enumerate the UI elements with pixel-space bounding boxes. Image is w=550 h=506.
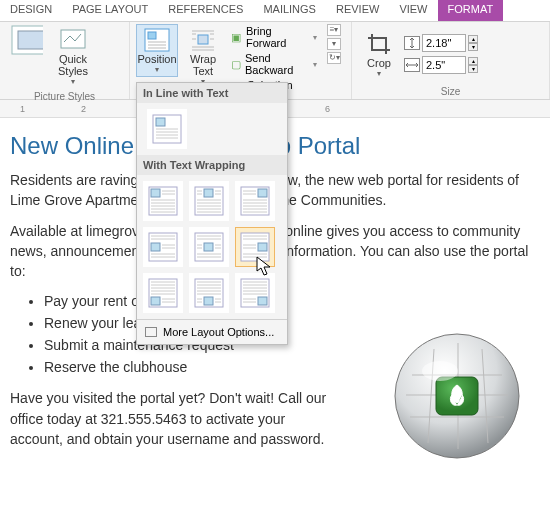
svg-rect-63 — [151, 243, 160, 251]
width-up[interactable]: ▴ — [468, 57, 478, 65]
bring-forward-button[interactable]: ▣Bring Forward▾ — [228, 24, 319, 50]
svg-rect-43 — [204, 189, 213, 197]
picture-style-gallery[interactable] — [6, 24, 48, 56]
width-input[interactable] — [422, 56, 466, 74]
position-inline[interactable] — [147, 109, 187, 149]
position-top-center[interactable] — [189, 181, 229, 221]
position-bottom-left[interactable] — [143, 273, 183, 313]
svg-rect-71 — [204, 243, 213, 251]
position-top-right[interactable] — [235, 181, 275, 221]
position-top-left[interactable] — [143, 181, 183, 221]
tab-design[interactable]: DESIGN — [0, 0, 62, 21]
group-picture-styles: Quick Styles ▾ Picture Styles — [0, 22, 130, 99]
svg-rect-98 — [204, 297, 213, 305]
width-down[interactable]: ▾ — [468, 65, 478, 73]
doc-paragraph: Have you visited the portal yet? Don't w… — [10, 388, 340, 449]
layout-options-icon — [145, 327, 157, 337]
position-middle-right[interactable] — [235, 227, 275, 267]
wrap-text-button[interactable]: Wrap Text ▾ — [182, 24, 224, 89]
height-input[interactable] — [422, 34, 466, 52]
width-icon — [404, 58, 420, 72]
group-button[interactable]: ▾ — [327, 38, 341, 50]
position-bottom-right[interactable] — [235, 273, 275, 313]
tab-view[interactable]: VIEW — [389, 0, 437, 21]
more-layout-options[interactable]: More Layout Options... — [137, 319, 287, 344]
svg-rect-1 — [18, 31, 43, 49]
position-middle-left[interactable] — [143, 227, 183, 267]
svg-rect-54 — [258, 189, 267, 197]
crop-button[interactable]: Crop ▾ — [358, 28, 400, 81]
svg-rect-34 — [151, 189, 160, 197]
height-up[interactable]: ▴ — [468, 35, 478, 43]
height-icon — [404, 36, 420, 50]
tab-review[interactable]: REVIEW — [326, 0, 389, 21]
send-backward-button[interactable]: ▢Send Backward▾ — [228, 51, 319, 77]
svg-rect-4 — [148, 32, 156, 39]
tab-references[interactable]: REFERENCES — [158, 0, 253, 21]
svg-point-26 — [422, 361, 458, 381]
dropdown-section-inline: In Line with Text — [137, 83, 287, 103]
tab-format[interactable]: FORMAT — [438, 0, 504, 21]
ribbon-tabs: DESIGN PAGE LAYOUT REFERENCES MAILINGS R… — [0, 0, 550, 22]
height-down[interactable]: ▾ — [468, 43, 478, 51]
position-dropdown: In Line with Text With Text Wrapping Mor… — [136, 82, 288, 345]
position-button[interactable]: Position ▾ — [136, 24, 178, 77]
position-bottom-center[interactable] — [189, 273, 229, 313]
svg-rect-8 — [198, 35, 208, 44]
svg-rect-89 — [151, 297, 160, 305]
tab-page-layout[interactable]: PAGE LAYOUT — [62, 0, 158, 21]
align-button[interactable]: ≡▾ — [327, 24, 341, 36]
svg-rect-109 — [258, 297, 267, 305]
svg-rect-81 — [258, 243, 267, 251]
group-label-picture-styles: Picture Styles — [6, 89, 123, 102]
rotate-button[interactable]: ↻▾ — [327, 52, 341, 64]
keyboard-orb-image[interactable] — [392, 331, 522, 461]
dropdown-section-wrapping: With Text Wrapping — [137, 155, 287, 175]
svg-rect-28 — [156, 118, 165, 126]
position-middle-center[interactable] — [189, 227, 229, 267]
group-size: Crop ▾ ▴▾ ▴▾ Size — [352, 22, 550, 99]
quick-styles-button[interactable]: Quick Styles ▾ — [52, 24, 94, 89]
list-item: Pay your rent online — [44, 291, 540, 313]
group-label-size: Size — [358, 84, 543, 97]
tab-mailings[interactable]: MAILINGS — [253, 0, 326, 21]
